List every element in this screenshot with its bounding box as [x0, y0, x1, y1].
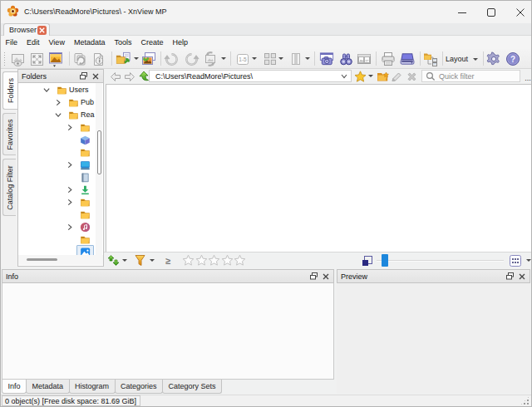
forward-button[interactable] — [123, 70, 136, 83]
rating-star-icon[interactable] — [208, 254, 220, 267]
rotate-left-button[interactable] — [163, 51, 180, 67]
details-view-button[interactable] — [288, 51, 304, 67]
chevron-right-icon[interactable] — [66, 186, 74, 194]
tree-horizontal-scrollbar[interactable] — [18, 255, 103, 265]
help-button[interactable]: ? — [505, 51, 521, 67]
chevron-right-icon[interactable] — [66, 124, 74, 131]
menu-file[interactable]: File — [1, 36, 22, 49]
rating-star-icon[interactable] — [221, 254, 234, 267]
dock-tab-histogram[interactable]: Histogram — [69, 380, 116, 394]
tree-item[interactable] — [18, 208, 103, 221]
folder-tree-button[interactable] — [422, 51, 439, 67]
view-mode-dropdown[interactable] — [526, 259, 531, 262]
minimize-button[interactable] — [448, 1, 476, 23]
dock-tab-category-sets[interactable]: Category Sets — [162, 380, 222, 394]
edit-path-button[interactable] — [390, 70, 403, 83]
folders-panel-header[interactable]: Folders — [17, 69, 104, 83]
slideshow-button[interactable] — [47, 51, 64, 67]
clear-filter-button[interactable] — [405, 70, 418, 83]
menu-create[interactable]: Create — [136, 36, 168, 49]
thumbnail-size-slider-handle[interactable] — [382, 254, 388, 267]
tree-item[interactable] — [18, 196, 103, 208]
rotate-dropdown[interactable] — [221, 57, 226, 60]
batch-convert-button[interactable] — [71, 51, 88, 67]
thumbnail-size-button[interactable] — [362, 253, 373, 267]
left-tab-catalog-filter[interactable]: Catalog Filter — [2, 159, 16, 216]
rating-star-icon[interactable] — [234, 254, 246, 267]
quick-filter-input[interactable]: Quick filter — [421, 70, 520, 82]
chevron-down-icon[interactable] — [55, 111, 62, 119]
filter-dropdown[interactable] — [150, 259, 155, 262]
maximize-button[interactable] — [477, 1, 505, 23]
menu-tools[interactable]: Tools — [110, 36, 136, 49]
preview-panel-header[interactable]: Preview — [337, 269, 530, 283]
tree-item[interactable] — [18, 171, 103, 184]
dock-tab-info[interactable]: Info — [2, 380, 27, 394]
compare-button[interactable] — [356, 51, 372, 67]
tree-item[interactable] — [18, 184, 103, 196]
preview-float-button[interactable] — [505, 272, 515, 282]
left-tab-folders[interactable]: Folders — [2, 71, 17, 110]
thumbnail-pane[interactable] — [106, 84, 531, 252]
left-tab-favorites[interactable]: Favorites — [2, 113, 16, 155]
tree-item[interactable] — [18, 159, 103, 171]
rotate-right-button[interactable] — [183, 51, 200, 67]
tree-item-users[interactable]: Users — [18, 84, 103, 96]
tree-item[interactable] — [18, 146, 103, 159]
address-combobox[interactable]: C:\Users\ReadMore\Pictures\ — [149, 70, 352, 82]
tree-item-rea[interactable]: Rea — [18, 109, 103, 121]
rating-star-icon[interactable] — [182, 254, 195, 267]
close-button[interactable] — [506, 1, 532, 23]
print-button[interactable] — [380, 51, 397, 67]
favorites-dropdown[interactable] — [368, 75, 373, 77]
tree-item[interactable] — [18, 233, 103, 246]
details-view-dropdown[interactable] — [305, 57, 310, 60]
dock-tab-categories[interactable]: Categories — [115, 380, 164, 394]
folders-float-button[interactable] — [78, 71, 88, 81]
tree-item[interactable] — [18, 134, 103, 146]
screen-capture-button[interactable] — [318, 51, 335, 67]
tree-vertical-scrollbar[interactable] — [96, 83, 102, 255]
resize-grip[interactable] — [520, 396, 530, 405]
tree-vertical-scrollbar-thumb[interactable] — [97, 130, 101, 174]
chevron-down-icon[interactable] — [43, 86, 51, 94]
chevron-right-icon[interactable] — [55, 99, 62, 106]
search-button[interactable] — [337, 51, 354, 67]
toolbar-drag-handle[interactable] — [3, 51, 6, 66]
chevron-right-icon[interactable] — [66, 199, 74, 206]
thumbnail-size-slider-track[interactable] — [377, 260, 504, 262]
menu-help[interactable]: Help — [168, 36, 193, 49]
tree-item-pub[interactable]: Pub — [18, 96, 103, 109]
rating-operator[interactable]: ≥ — [165, 253, 170, 267]
nav-overflow-button[interactable]: ... — [523, 70, 532, 82]
zoom-ratio-dropdown[interactable] — [252, 57, 257, 60]
thumbnails-view-button[interactable] — [262, 51, 278, 67]
filter-button[interactable] — [135, 253, 145, 267]
sort-button[interactable] — [107, 253, 120, 267]
tree-horizontal-scrollbar-thumb[interactable] — [27, 258, 57, 261]
zoom-ratio-button[interactable]: 1-5 — [234, 51, 251, 67]
rotate-image-button[interactable] — [202, 51, 219, 67]
info-float-button[interactable] — [308, 272, 318, 282]
view-button[interactable] — [9, 51, 26, 67]
thumbnails-view-dropdown[interactable] — [278, 57, 283, 60]
back-button[interactable] — [109, 70, 122, 83]
add-favorite-folder-button[interactable] — [376, 70, 389, 83]
menu-metadata[interactable]: Metadata — [69, 36, 110, 49]
tab-browser[interactable]: Browser — [3, 23, 50, 36]
rating-star-filter[interactable] — [182, 253, 247, 267]
view-mode-button[interactable] — [509, 253, 522, 267]
info-close-button[interactable] — [321, 272, 331, 282]
chevron-right-icon[interactable] — [66, 161, 74, 169]
layout-button[interactable]: Layout — [446, 51, 478, 67]
favorites-star-button[interactable] — [353, 70, 367, 83]
preview-close-button[interactable] — [517, 272, 527, 282]
folder-tree[interactable]: Users Pub Rea — [17, 83, 104, 267]
menu-edit[interactable]: Edit — [22, 36, 45, 49]
tab-close-button[interactable] — [37, 26, 47, 35]
open-folder-button[interactable] — [115, 51, 131, 67]
folders-close-button[interactable] — [91, 71, 101, 81]
dock-tab-metadata[interactable]: Metadata — [26, 380, 70, 394]
sort-dropdown[interactable] — [122, 259, 127, 262]
rating-star-icon[interactable] — [195, 254, 208, 267]
